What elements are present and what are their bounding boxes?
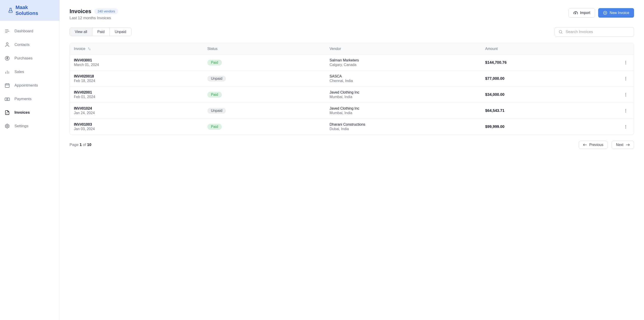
- svg-point-17: [6, 125, 8, 127]
- svg-point-31: [625, 94, 626, 95]
- row-actions: [585, 92, 630, 97]
- new-invoice-button[interactable]: New Invoice: [598, 8, 634, 18]
- svg-point-30: [625, 93, 626, 94]
- import-label: Import: [580, 11, 590, 15]
- user-icon: [4, 42, 10, 48]
- cell-vendor: Salman Marketers Calgary, Canada: [330, 58, 485, 67]
- sidebar-item-purchases[interactable]: Purchases: [0, 52, 60, 65]
- cell-status: Unpaid: [207, 76, 330, 82]
- gear-icon: [4, 123, 10, 129]
- upload-cloud-icon: [573, 11, 578, 15]
- invoice-amount: $77,000.00: [485, 76, 585, 81]
- search-box[interactable]: [554, 27, 634, 37]
- column-vendor[interactable]: Vendor: [330, 47, 485, 51]
- sidebar-item-sales[interactable]: Sales: [0, 65, 60, 79]
- tab-paid[interactable]: Paid: [92, 28, 110, 36]
- arrow-left-icon: [583, 143, 587, 146]
- invoice-id: INV#01003: [74, 123, 207, 127]
- next-label: Next: [616, 143, 624, 147]
- tab-view-all[interactable]: View all: [70, 28, 92, 36]
- svg-point-34: [625, 110, 626, 111]
- svg-point-36: [625, 125, 626, 126]
- calendar-icon: [4, 83, 10, 88]
- more-vertical-icon[interactable]: [624, 125, 628, 129]
- more-vertical-icon[interactable]: [624, 60, 628, 65]
- svg-point-35: [625, 112, 626, 112]
- sidebar-item-dashboard[interactable]: Dashboard: [0, 25, 60, 38]
- table-row[interactable]: INV#020018 Feb 18, 2024 Unpaid SASCA Che…: [70, 71, 634, 87]
- invoice-date: Feb 18, 2024: [74, 79, 207, 83]
- column-invoice[interactable]: Invoice: [74, 47, 207, 51]
- more-vertical-icon[interactable]: [624, 92, 628, 97]
- column-amount[interactable]: Amount: [485, 47, 585, 51]
- search-input[interactable]: [566, 30, 630, 34]
- svg-point-25: [625, 62, 626, 63]
- page-current: 1: [80, 143, 82, 147]
- vendor-name: Salman Marketers: [330, 58, 485, 62]
- cash-icon: [4, 96, 10, 102]
- sidebar-nav: Dashboard Contacts Purchases Sales Appoi…: [0, 21, 60, 137]
- sidebar-item-label: Appointments: [14, 83, 38, 88]
- cell-vendor: SASCA Chennai, India: [330, 74, 485, 83]
- sidebar-item-appointments[interactable]: Appointments: [0, 79, 60, 92]
- column-invoice-label: Invoice: [74, 47, 86, 51]
- table-row[interactable]: INV#01024 Jan 24, 2024 Unpaid Javed Clot…: [70, 103, 634, 119]
- cell-invoice: INV#03001 March 01, 2024: [74, 58, 207, 67]
- pagination-buttons: Previous Next: [579, 141, 634, 149]
- tab-unpaid[interactable]: Unpaid: [110, 28, 131, 36]
- page-header: Invoices 240 vendors Last 12 months Invo…: [70, 8, 634, 20]
- page-of: of: [82, 143, 87, 147]
- more-vertical-icon[interactable]: [624, 109, 628, 113]
- sort-icon: [88, 47, 91, 50]
- status-badge: Unpaid: [207, 76, 226, 82]
- row-actions: [585, 125, 630, 129]
- svg-rect-14: [5, 98, 10, 101]
- menu-icon: [4, 29, 10, 34]
- vendor-name: SASCA: [330, 74, 485, 78]
- sidebar-item-label: Payments: [14, 97, 32, 101]
- svg-point-29: [625, 80, 626, 80]
- sidebar-item-payments[interactable]: Payments: [0, 92, 60, 106]
- svg-point-26: [625, 64, 626, 64]
- invoice-id: INV#020018: [74, 74, 207, 78]
- page-prefix: Page: [70, 143, 80, 147]
- table-row[interactable]: INV#01003 Jan 03, 2024 Paid Dharani Cons…: [70, 119, 634, 135]
- sidebar-item-invoices[interactable]: Invoices: [0, 106, 60, 119]
- svg-line-23: [561, 33, 562, 34]
- pagination: Page 1 of 10 Previous Next: [70, 141, 634, 149]
- svg-point-22: [559, 30, 562, 33]
- vendor-name: Javed Clothing Inc: [330, 106, 485, 111]
- sidebar-item-label: Sales: [14, 70, 24, 74]
- status-badge: Paid: [207, 124, 222, 130]
- column-status[interactable]: Status: [207, 47, 330, 51]
- page-title: Invoices: [70, 8, 91, 15]
- invoice-amount: $144,700.76: [485, 60, 585, 65]
- column-status-label: Status: [207, 47, 218, 51]
- column-vendor-label: Vendor: [330, 47, 341, 51]
- invoice-id: INV#01024: [74, 106, 207, 111]
- cell-invoice: INV#02001 Feb 01, 2024: [74, 90, 207, 99]
- previous-button[interactable]: Previous: [579, 141, 608, 149]
- more-vertical-icon[interactable]: [624, 76, 628, 81]
- next-button[interactable]: Next: [612, 141, 634, 149]
- svg-rect-10: [5, 84, 9, 88]
- svg-point-28: [625, 78, 626, 79]
- cell-invoice: INV#01024 Jan 24, 2024: [74, 106, 207, 115]
- previous-label: Previous: [589, 143, 603, 147]
- status-badge: Unpaid: [207, 108, 226, 114]
- table-row[interactable]: INV#03001 March 01, 2024 Paid Salman Mar…: [70, 55, 634, 71]
- sidebar-item-settings[interactable]: Settings: [0, 119, 60, 133]
- import-button[interactable]: Import: [568, 8, 595, 18]
- invoice-amount: $34,000.00: [485, 92, 585, 97]
- svg-point-15: [6, 99, 8, 100]
- invoice-date: Feb 01, 2024: [74, 95, 207, 99]
- cell-status: Paid: [207, 124, 330, 130]
- vendor-count-badge: 240 vendors: [94, 8, 118, 14]
- invoice-date: Jan 03, 2024: [74, 127, 207, 131]
- svg-point-33: [625, 109, 626, 110]
- filter-tabs: View allPaidUnpaid: [70, 28, 132, 36]
- table-row[interactable]: INV#02001 Feb 01, 2024 Paid Javed Clothi…: [70, 87, 634, 103]
- sidebar-item-contacts[interactable]: Contacts: [0, 38, 60, 52]
- invoice-amount: $99,999.00: [485, 125, 585, 129]
- cell-status: Paid: [207, 92, 330, 98]
